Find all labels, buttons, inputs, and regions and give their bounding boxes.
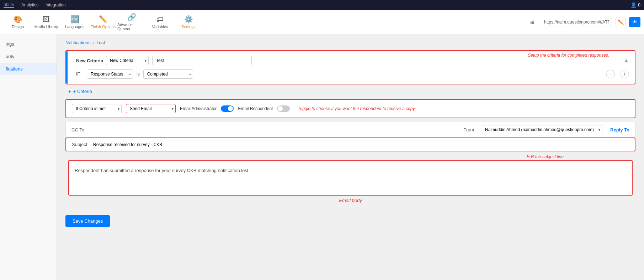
toolbar-settings-label: Settings — [181, 25, 196, 29]
response-status-select[interactable]: Response Status — [87, 69, 133, 79]
send-email-select[interactable]: Send Email — [126, 104, 176, 113]
add-criteria-row[interactable]: + + Criteria — [65, 89, 635, 94]
variables-icon: 🏷 — [156, 15, 164, 24]
email-admin-toggle[interactable] — [221, 105, 234, 112]
cc-input[interactable] — [90, 126, 459, 134]
email-body-text: Respondent has submitted a response for … — [75, 168, 626, 173]
email-body-label: Email body — [65, 198, 635, 203]
subject-label: Subject — [72, 142, 90, 147]
breadcrumb-current: Test — [96, 40, 105, 45]
email-body-box: Respondent has submitted a response for … — [68, 160, 633, 196]
subject-box: Subject Edit the subject line — [65, 138, 635, 151]
breadcrumb-parent-link[interactable]: Notifications — [65, 40, 91, 45]
criteria-name-input[interactable] — [152, 56, 252, 65]
qr-icon[interactable]: ⊞ — [527, 17, 537, 27]
add-criteria-icon: + — [68, 89, 71, 94]
toolbar-settings[interactable]: ⚙️ Settings — [174, 11, 203, 33]
toolbar-media-library[interactable]: 🖼 Media Library — [32, 11, 60, 33]
user-count: 0 — [638, 2, 640, 7]
toolbar-variables-label: Variables — [152, 25, 168, 29]
toolbar-variables[interactable]: 🏷 Variables — [146, 11, 174, 33]
if-criteria-select[interactable]: If Criteria is met — [72, 104, 122, 113]
reply-to-link[interactable]: Reply To — [610, 127, 629, 133]
design-icon: 🎨 — [14, 15, 22, 24]
criteria-left-bar — [66, 51, 68, 84]
toolbar-finish-label: Finish Options — [91, 25, 116, 29]
toolbar-finish-options[interactable]: ✏️ Finish Options — [89, 11, 117, 33]
from-select[interactable]: Naimuddin Ahmed (naimuddin.ahmed@questio… — [482, 125, 602, 134]
remove-criteria-button[interactable]: − — [606, 70, 615, 78]
main-content: Notifications › Test New Criteria New Cr… — [57, 34, 644, 280]
toolbar-design[interactable]: 🎨 Design — [4, 11, 32, 33]
settings-icon: ⚙️ — [184, 15, 193, 24]
breadcrumb-separator: › — [93, 40, 94, 45]
toolbar-media-label: Media Library — [34, 25, 58, 29]
sidebar-item-notifications[interactable]: fications — [0, 63, 57, 75]
preview-button[interactable]: 👁 — [629, 17, 640, 27]
user-icon: 👤 — [630, 2, 637, 8]
add-criteria-label: + Criteria — [73, 89, 92, 94]
subject-annotation: Edit the subject line — [527, 154, 564, 159]
sidebar-item-settings[interactable]: ings — [0, 38, 57, 50]
toolbar-design-label: Design — [12, 25, 24, 29]
nav-analytics[interactable]: Analytics — [21, 2, 38, 7]
toolbar-right: ⊞ ✏️ 👁 — [527, 17, 640, 27]
cc-from-row: CC To From Naimuddin Ahmed (naimuddin.ah… — [65, 122, 635, 138]
add-criteria-button[interactable]: + — [621, 70, 629, 78]
finish-options-icon: ✏️ — [99, 15, 108, 24]
new-criteria-select-wrapper: New Criteria — [106, 56, 149, 65]
breadcrumb: Notifications › Test — [65, 40, 635, 45]
email-body-area: Respondent has submitted a response for … — [65, 156, 635, 207]
toolbar-quotas-label: Advance Quotas — [117, 22, 146, 31]
from-select-wrapper: Naimuddin Ahmed (naimuddin.ahmed@questio… — [482, 125, 602, 134]
if-label: IF — [76, 72, 83, 77]
if-criteria-select-wrapper: If Criteria is met — [72, 104, 122, 113]
toolbar-advance-quotas[interactable]: 🔗 Advance Quotas — [117, 11, 146, 33]
is-label: is — [137, 72, 140, 77]
subject-input[interactable] — [93, 142, 629, 147]
cc-label: CC To — [71, 127, 86, 133]
chevron-up-icon[interactable]: ▲ — [623, 57, 629, 64]
sidebar: ings urity fications — [0, 34, 57, 280]
nav-integration[interactable]: Integration — [46, 2, 66, 7]
advance-quotas-icon: 🔗 — [127, 13, 136, 21]
edit-url-button[interactable]: ✏️ — [616, 17, 626, 27]
criteria-if-row: IF Response Status is Completed − + — [76, 69, 629, 79]
criteria-box: New Criteria New Criteria Setup the crit… — [65, 50, 635, 84]
from-label: From — [463, 127, 478, 133]
sidebar-item-security[interactable]: urity — [0, 50, 57, 63]
toggle-annotation: Toggle to choose if you want the respond… — [298, 106, 415, 111]
criteria-header: New Criteria New Criteria Setup the crit… — [76, 56, 629, 65]
save-changes-button[interactable]: Save Changes — [65, 215, 110, 227]
media-library-icon: 🖼 — [43, 15, 50, 24]
toolbar: 🎨 Design 🖼 Media Library 🔤 Languages ✏️ … — [0, 10, 644, 34]
email-respondent-toggle[interactable] — [277, 105, 290, 112]
new-criteria-select[interactable]: New Criteria — [106, 56, 149, 65]
main-layout: ings urity fications Notifications › Tes… — [0, 34, 644, 280]
languages-icon: 🔤 — [70, 15, 79, 24]
response-status-wrapper: Response Status — [87, 69, 133, 79]
top-nav-bar: ribute Analytics Integration 👤 0 — [0, 0, 644, 10]
toolbar-languages[interactable]: 🔤 Languages — [60, 11, 89, 33]
nav-tribute[interactable]: ribute — [4, 2, 14, 8]
url-input[interactable] — [541, 18, 612, 26]
send-email-select-wrapper: Send Email — [126, 104, 176, 113]
completed-select-wrapper: Completed — [143, 69, 193, 79]
completed-select[interactable]: Completed — [143, 69, 193, 79]
email-admin-label: Email Administrator — [180, 106, 217, 111]
criteria-annotation: Setup the criteria for completed respons… — [528, 53, 609, 58]
email-respondent-label: Email Respondent — [238, 106, 273, 111]
action-box: If Criteria is met Send Email Email Admi… — [65, 99, 635, 118]
toolbar-languages-label: Languages — [65, 25, 84, 29]
new-criteria-label: New Criteria — [76, 58, 103, 63]
